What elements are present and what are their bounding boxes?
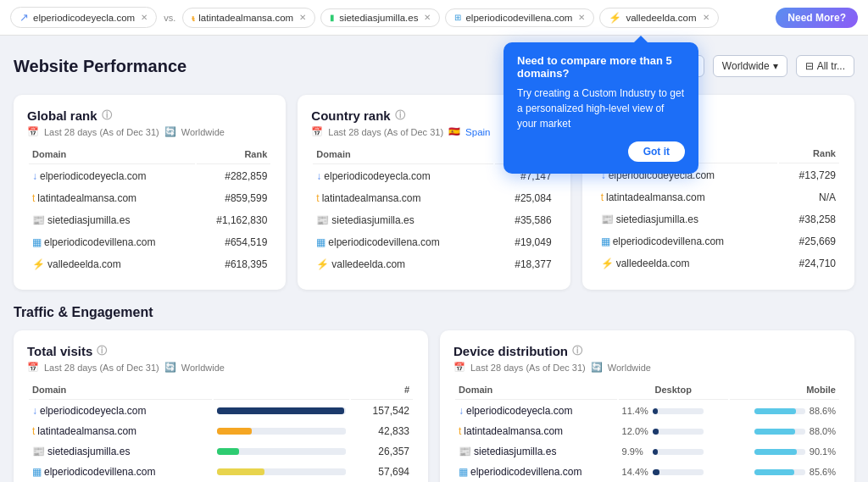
table-row: 📰sietediasjumilla.es #38,258 [598,209,839,230]
tab1-icon: ↗ [19,11,29,24]
rank-cell: #282,859 [197,166,270,186]
table-row: ▦elperiodicodevillena.com #654,519 [29,232,270,252]
got-it-button[interactable]: Got it [628,141,685,162]
domain-cell: 📰sietediasjumilla.es [29,210,195,230]
tab2-close[interactable]: ✕ [299,13,306,22]
tab2-label: latintadealmansa.com [198,13,293,23]
rank-cell: #1,162,830 [197,210,270,230]
global-rank-card: Global rank ⓘ 📅 Last 28 days (As of Dec … [14,95,286,290]
rank-cell: #18,377 [495,254,555,274]
bar-cell [214,463,349,481]
value-cell: 57,694 [351,463,413,481]
value-cell: 42,833 [351,422,413,440]
tab1-close[interactable]: ✕ [141,13,147,22]
domain-cell: ↓elperiodicodeyecla.com [29,402,212,420]
global-cal-icon: 📅 [27,126,39,137]
device-dist-table: Domain Desktop Mobile ↓elperiodicodeyecl… [453,381,841,482]
nav-tab-1[interactable]: ↗ elperiodicodeyecla.com ✕ [10,7,157,28]
domain-cell: tlatintadealmansa.com [598,187,777,208]
list-item: 📰sietediasjumilla.es 26,357 [29,442,413,461]
device-cal-icon: 📅 [453,362,465,373]
main-content: Website Performance ⬆ ExportPDF 🎓 📅 Worl… [0,36,868,482]
rank-cell: #25,669 [779,231,839,252]
device-dist-info-icon[interactable]: ⓘ [572,344,582,358]
value-cell: 157,542 [351,402,413,420]
domain-cell: tlatintadealmansa.com [29,422,212,440]
total-visits-table: Domain # ↓elperiodicodeyecla.com 157,542… [27,381,415,482]
rank-cell: #654,519 [197,232,270,252]
top-navigation: ↗ elperiodicodeyecla.com ✕ vs. ᵼ latinta… [0,0,868,36]
mobile-cell: 88.0% [730,422,839,440]
table-row: ▦elperiodicodevillena.com #19,049 [313,232,554,252]
desktop-cell: 11.4% [619,402,728,420]
domain-cell: 📰sietediasjumilla.es [29,442,212,461]
page-title: Website Performance [14,57,186,76]
device-domain-col: Domain [455,383,617,400]
country-rank-info-icon[interactable]: ⓘ [395,108,405,123]
all-traffic-icon: ⊟ [805,60,814,72]
visits-globe-icon: 🔄 [164,362,176,373]
domain-cell: ↓elperiodicodeyecla.com [455,402,617,420]
bar-cell [214,422,349,440]
domain-cell: tlatintadealmansa.com [313,188,492,208]
nav-tab-4[interactable]: ⊞ elperiodicodevillena.com ✕ [445,8,594,27]
global-rank-title: Global rank ⓘ [27,108,272,123]
tab4-icon: ⊞ [454,13,461,22]
domain-cell: 📰sietediasjumilla.es [455,442,617,461]
domain-cell: 📰sietediasjumilla.es [313,210,492,230]
table-row: tlatintadealmansa.com N/A [598,187,839,208]
device-globe-icon: 🔄 [591,362,603,373]
tab5-icon: ⚡ [609,12,621,24]
all-traffic-button[interactable]: ⊟ All tr... [796,55,854,77]
country-domain-col: Domain [313,147,492,164]
domain-cell: ↓elperiodicodeyecla.com [29,166,195,186]
domain-cell: ▦elperiodicodevillena.com [455,463,617,481]
page-header: Website Performance ⬆ ExportPDF 🎓 📅 Worl… [14,49,854,83]
worldwide-label: Worldwide [722,60,770,72]
compare-tooltip: Need to compare more than 5 domains? Try… [504,42,698,174]
device-dist-title: Device distribution ⓘ [453,344,841,358]
domain-cell: tlatintadealmansa.com [29,188,195,208]
rank-cell: #13,729 [779,165,839,186]
rank-cell: #38,258 [779,209,839,230]
global-rank-subtitle: 📅 Last 28 days (As of Dec 31) 🔄 Worldwid… [27,126,272,137]
tab5-close[interactable]: ✕ [703,13,709,22]
rank-cell: #618,395 [197,254,270,274]
domain-cell: ▦elperiodicodevillena.com [29,232,195,252]
nav-tab-5[interactable]: ⚡ valledeelda.com ✕ [599,8,718,28]
nav-tab-3[interactable]: ▮ sietediasjumilla.es ✕ [320,8,440,27]
list-item: ▦elperiodicodevillena.com 14.4% 85.6% [455,463,839,481]
table-row: tlatintadealmansa.com #25,084 [313,188,554,208]
global-rank-col: Rank [197,147,270,164]
domain-cell: ⚡valledeelda.com [313,254,492,274]
global-domain-col: Domain [29,147,195,164]
all-traffic-label: All tr... [817,60,845,72]
table-row: ▦elperiodicodevillena.com #25,669 [598,231,839,252]
global-rank-table: Domain Rank ↓elperiodicodeyecla.com #282… [27,146,272,276]
domain-cell: ⚡valledeelda.com [29,254,195,274]
worldwide-button[interactable]: Worldwide ▾ [713,55,787,77]
tab4-close[interactable]: ✕ [578,13,585,22]
table-row: tlatintadealmansa.com #859,599 [29,188,270,208]
total-visits-info-icon[interactable]: ⓘ [97,344,107,358]
rank-cell: #859,599 [197,188,270,208]
domain-cell: ▦elperiodicodevillena.com [598,231,777,252]
need-more-button[interactable]: Need More? [776,8,858,28]
domain-cell: ▦elperiodicodevillena.com [29,463,212,481]
tooltip-body: Try creating a Custom Industry to get a … [517,86,685,131]
visits-bar-col [214,383,349,400]
domain-cell: ↓elperiodicodeyecla.com [313,166,492,186]
visits-num-col: # [351,383,413,400]
table-row: ⚡valledeelda.com #618,395 [29,254,270,274]
spain-link[interactable]: Spain [465,127,490,137]
list-item: ↓elperiodicodeyecla.com 11.4% 88.6% [455,402,839,420]
global-rank-info-icon[interactable]: ⓘ [102,108,112,123]
total-visits-card: Total visits ⓘ 📅 Last 28 days (As of Dec… [14,330,428,482]
traffic-section-title: Traffic & Engagement [14,305,854,320]
worldwide-chevron-icon: ▾ [773,60,778,72]
desktop-cell: 14.4% [619,463,728,481]
country-cal-icon: 📅 [311,126,323,137]
nav-tab-2[interactable]: ᵼ latintadealmansa.com ✕ [182,8,315,28]
total-visits-subtitle: 📅 Last 28 days (As of Dec 31) 🔄 Worldwid… [27,362,415,373]
tab3-close[interactable]: ✕ [424,13,431,22]
